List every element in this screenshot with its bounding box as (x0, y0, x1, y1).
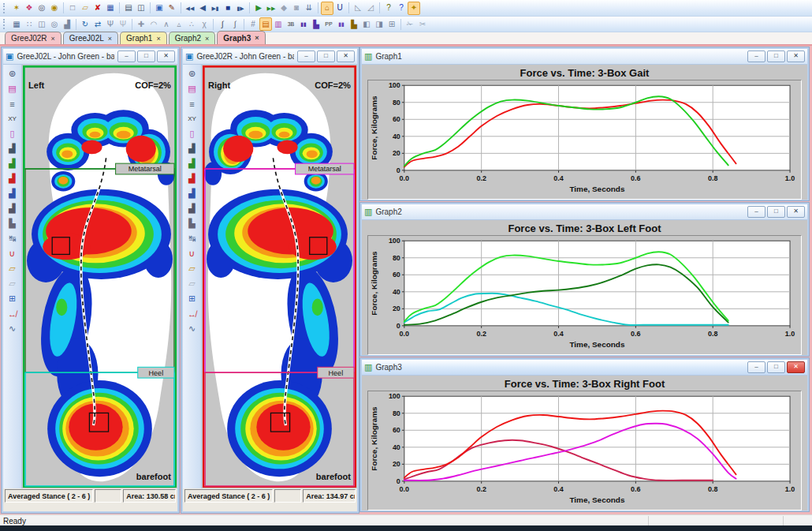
cut-before-icon[interactable]: ✁ (404, 17, 416, 31)
bar-chart-red-icon[interactable]: ▟ (5, 171, 20, 186)
go-last-frame-icon[interactable]: ▮▶ (234, 2, 247, 15)
wedge-down-icon[interactable]: ◿ (364, 2, 377, 15)
bar-chart-green-icon[interactable]: ▟ (5, 156, 20, 171)
arc-measure-icon[interactable]: ◠ (147, 17, 160, 31)
rotate-view-icon[interactable]: ↻ (79, 17, 91, 31)
tree-collapse-icon[interactable]: Ψ (117, 17, 129, 31)
mini-graph-icon[interactable]: ▟ (61, 17, 73, 31)
minimize-button[interactable]: – (117, 50, 136, 62)
folder-disabled-icon[interactable]: ▱ (5, 276, 20, 291)
tab-close-icon[interactable]: × (255, 34, 259, 42)
color-legend-icon[interactable]: ▤ (5, 81, 20, 96)
loop-playback-icon[interactable]: ⇊ (303, 2, 315, 15)
force-integral-icon[interactable]: ∫ (216, 17, 229, 31)
bar-chart-red-icon[interactable]: ▟ (184, 171, 200, 186)
grid-toggle-icon[interactable]: # (247, 17, 259, 31)
xy-coordinates-icon[interactable]: XY (5, 111, 20, 126)
copy-icon[interactable]: ▣ (153, 2, 166, 15)
mark-start-icon[interactable]: ▶▮ (209, 2, 222, 15)
threshold-slider-icon[interactable]: ↮ (5, 306, 20, 321)
stairs-analysis-icon[interactable]: ▙ (348, 17, 360, 31)
maximize-button[interactable]: □ (767, 361, 785, 373)
print-icon[interactable]: ▤ (122, 2, 135, 15)
mosaic-view-icon[interactable]: ⊞ (184, 291, 200, 306)
area-tool-icon[interactable]: ▵ (173, 17, 185, 31)
folder-disabled-icon[interactable]: ▱ (184, 276, 200, 291)
magnet-tool-icon[interactable]: ∪ (184, 246, 200, 261)
tab-graph3[interactable]: Graph3× (217, 31, 265, 44)
wave-export-icon[interactable]: ∿ (184, 321, 200, 336)
notes-panel-icon[interactable]: ≡ (184, 96, 200, 111)
bar-chart-stack-icon[interactable]: ▙ (5, 216, 20, 231)
in-out-arrows-icon[interactable]: ↹ (5, 231, 20, 246)
overlay-frames-icon[interactable]: ◫ (35, 17, 48, 31)
compare-frames-icon[interactable]: ∷ (23, 17, 35, 31)
edit-notes-icon[interactable]: ✎ (166, 2, 178, 15)
ruler-icon[interactable]: ▯ (5, 126, 20, 141)
maximize-button[interactable]: □ (767, 50, 785, 62)
home-view-icon[interactable]: ⌂ (321, 2, 333, 15)
maximize-button[interactable]: □ (317, 50, 335, 62)
key-settings-icon[interactable]: ✦ (408, 2, 420, 15)
window-titlebar[interactable]: ▥ Graph1 – □ ✕ (362, 49, 807, 65)
minimize-button[interactable]: – (747, 50, 765, 62)
window-titlebar[interactable]: ▥ Graph3 – □ ✕ (362, 360, 807, 376)
wedge-up-icon[interactable]: ◺ (352, 2, 364, 15)
stop-icon[interactable]: ■ (222, 2, 234, 15)
scatter-tool-icon[interactable]: ∴ (185, 17, 198, 31)
tree-expand-icon[interactable]: Ψ (104, 17, 117, 31)
bar-chart-gray-icon[interactable]: ▟ (184, 141, 200, 156)
bar-set-a-icon[interactable]: ▮▮ (297, 17, 310, 31)
play-icon[interactable]: ▶ (252, 2, 265, 15)
minimize-button[interactable]: – (747, 206, 765, 218)
split-columns-icon[interactable]: ◨ (373, 17, 386, 31)
bar-chart-green-icon[interactable]: ▟ (184, 156, 200, 171)
help-icon[interactable]: ? (382, 2, 395, 15)
minimize-button[interactable]: – (747, 361, 765, 373)
minimize-button[interactable]: – (297, 50, 315, 62)
link-nodes-icon[interactable]: ❖ (23, 2, 35, 15)
go-first-frame-icon[interactable]: ◀◀ (184, 2, 196, 15)
wave-export-icon[interactable]: ∿ (5, 321, 20, 336)
histogram-icon[interactable]: ▙ (310, 17, 322, 31)
maximize-button[interactable]: □ (767, 206, 785, 218)
zoom-out-icon[interactable]: ◎ (35, 2, 48, 15)
window-titlebar[interactable]: ▥ Graph2 – □ ✕ (362, 204, 807, 220)
maximize-button[interactable]: □ (137, 50, 155, 62)
zoom-in-icon[interactable]: ◉ (48, 2, 61, 15)
bar-chart-blue-icon[interactable]: ▟ (184, 186, 200, 201)
window-titlebar[interactable]: ▣ GreeJ02R - John Green - barefoot ... –… (183, 49, 357, 65)
close-button[interactable]: ✕ (337, 50, 355, 62)
notes-panel-icon[interactable]: ≡ (5, 96, 20, 111)
two-box-analysis-icon[interactable]: ▥ (272, 17, 285, 31)
step-back-icon[interactable]: ◀ (196, 2, 209, 15)
undo-icon[interactable]: U (333, 2, 346, 15)
tab-graph2[interactable]: Graph2× (169, 32, 216, 44)
tab-graph1[interactable]: Graph1× (120, 32, 167, 44)
tab-close-icon[interactable]: × (51, 35, 55, 43)
tab-greej02l[interactable]: GreeJ02L× (63, 32, 118, 44)
print-preview-icon[interactable]: ◫ (135, 2, 147, 15)
tab-close-icon[interactable]: × (156, 35, 160, 43)
color-legend-icon[interactable]: ▤ (184, 81, 200, 96)
open-file-icon[interactable]: ▱ (79, 2, 91, 15)
tab-greej02r[interactable]: GreeJ02R× (5, 32, 61, 44)
context-help-icon[interactable]: ? (395, 2, 408, 15)
one-box-analysis-icon[interactable]: ▤ (259, 17, 272, 31)
step-forward-icon[interactable]: ◆ (277, 2, 290, 15)
nav-cross-icon[interactable]: ✚ (135, 17, 147, 31)
pressure-integral-icon[interactable]: ∫ (229, 17, 241, 31)
mosaic-view-icon[interactable]: ⊞ (5, 291, 20, 306)
three-box-analysis-icon[interactable]: 3B (285, 17, 297, 31)
close-button[interactable]: ✕ (787, 50, 805, 62)
bar-chart-dark-icon[interactable]: ▟ (184, 201, 200, 216)
toolbar-grip[interactable] (3, 19, 7, 29)
window-titlebar[interactable]: ▣ GreeJ02L - John Green - barefoot ... –… (3, 49, 177, 65)
center-target-icon[interactable]: ◎ (48, 17, 61, 31)
magnet-tool-icon[interactable]: ∪ (5, 246, 20, 261)
peak-pressure-icon[interactable]: PP (322, 17, 335, 31)
bar-chart-dark-icon[interactable]: ▟ (5, 201, 20, 216)
save-file-icon[interactable]: ▦ (104, 2, 117, 15)
film-strip-icon[interactable]: ◧ (360, 17, 373, 31)
delete-file-icon[interactable]: ✘ (91, 2, 104, 15)
